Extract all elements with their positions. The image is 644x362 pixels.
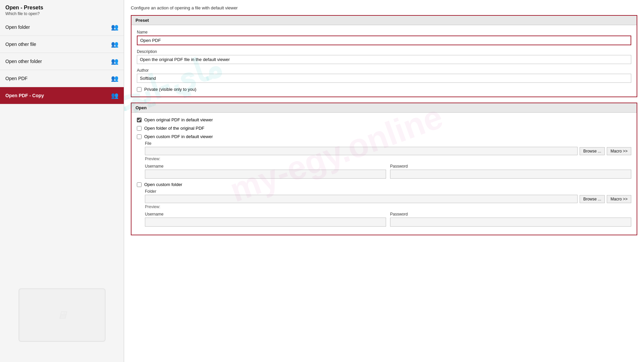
browse-button[interactable]: Browse ... (580, 147, 605, 155)
open-section: Open Open original PDF in default viewer… (131, 103, 637, 235)
option-custom-folder: Open custom folder Folder Browse ... Mac… (137, 182, 631, 227)
sidebar-item-open-pdf[interactable]: Open PDF👥 (0, 70, 124, 87)
folder-password-input[interactable] (390, 218, 631, 227)
description-field-group: Description (137, 49, 631, 64)
option-original-pdf-checkbox[interactable] (137, 118, 142, 122)
private-checkbox[interactable] (137, 87, 142, 92)
open-section-content: Open original PDF in default viewer Open… (131, 113, 637, 235)
sidebar-title: Open - Presets (5, 5, 118, 11)
macro-button[interactable]: Macro >> (607, 147, 631, 155)
password-group: Password (390, 164, 631, 179)
folder-password-group: Password (390, 212, 631, 227)
username-group: Username (145, 164, 386, 179)
preset-section-content: Name Description Author Private (visible… (131, 25, 637, 97)
sidebar-items: Open folder👥Open other file👥Open other f… (0, 19, 124, 104)
folder-macro-button[interactable]: Macro >> (607, 195, 631, 203)
option-original-pdf-row: Open original PDF in default viewer (137, 117, 631, 122)
password-label: Password (390, 164, 631, 169)
option-original-pdf-label: Open original PDF in default viewer (144, 117, 213, 122)
private-label: Private (visible only to you) (144, 87, 196, 92)
description-input[interactable] (137, 55, 631, 64)
folder-username-label: Username (145, 212, 386, 217)
file-label: File (145, 141, 631, 146)
sidebar-item-open-other-file[interactable]: Open other file👥 (0, 36, 124, 53)
name-input[interactable] (137, 36, 631, 45)
sidebar-item-users-icon-open-pdf: 👥 (111, 75, 118, 82)
file-row: Browse ... Macro >> (145, 147, 631, 155)
folder-password-label: Password (390, 212, 631, 217)
sidebar-item-label-open-pdf-copy: Open PDF - Copy (5, 93, 44, 98)
sidebar-header: Open - Presets Which file to open? (0, 0, 124, 19)
option-open-folder: Open folder of the original PDF (137, 126, 631, 131)
username-label: Username (145, 164, 386, 169)
option-open-folder-checkbox[interactable] (137, 126, 142, 131)
sidebar-watermark-box: 🖥 (18, 288, 106, 342)
author-input[interactable] (137, 74, 631, 83)
sidebar-item-users-icon-open-other-folder: 👥 (111, 58, 118, 65)
sidebar-item-users-icon-open-pdf-copy: 👥 (111, 92, 118, 99)
option-custom-pdf-row: Open custom PDF in default viewer (137, 134, 631, 139)
description-label: Description (137, 49, 631, 54)
username-password-row: Username Password (145, 164, 631, 179)
sidebar-item-label-open-folder: Open folder (5, 24, 30, 30)
folder-label: Folder (145, 189, 631, 194)
option-custom-folder-checkbox[interactable] (137, 182, 142, 187)
folder-row: Browse ... Macro >> (145, 195, 631, 203)
sidebar: Open - Presets Which file to open? Open … (0, 0, 124, 362)
sidebar-item-open-folder[interactable]: Open folder👥 (0, 19, 124, 36)
author-field-group: Author (137, 68, 631, 83)
sidebar-item-users-icon-open-folder: 👥 (111, 23, 118, 31)
folder-username-group: Username (145, 212, 386, 227)
option-custom-pdf-checkbox[interactable] (137, 134, 142, 139)
sidebar-item-open-pdf-copy[interactable]: Open PDF - Copy👥 (0, 87, 124, 104)
password-input[interactable] (390, 170, 631, 179)
folder-preview-label: Preview: (145, 204, 160, 209)
sidebar-watermark: 🖥 (0, 288, 124, 342)
username-input[interactable] (145, 170, 386, 179)
private-checkbox-row: Private (visible only to you) (137, 87, 631, 92)
preview-label: Preview: (145, 157, 160, 161)
folder-input[interactable] (145, 195, 578, 203)
sidebar-item-label-open-other-folder: Open other folder (5, 59, 42, 64)
folder-username-input[interactable] (145, 218, 386, 227)
main-header-desc: Configure an action of opening a file wi… (131, 5, 637, 10)
preview-row: Preview: (145, 157, 631, 161)
folder-username-password-row: Username Password (145, 212, 631, 227)
option-original-pdf: Open original PDF in default viewer (137, 117, 631, 122)
folder-browse-button[interactable]: Browse ... (580, 195, 605, 203)
sidebar-item-users-icon-open-other-file: 👥 (111, 41, 118, 48)
sidebar-item-open-other-folder[interactable]: Open other folder👥 (0, 53, 124, 70)
option-custom-folder-row: Open custom folder (137, 182, 631, 187)
sidebar-item-label-open-other-file: Open other file (5, 42, 36, 47)
file-input[interactable] (145, 147, 578, 155)
option-open-folder-row: Open folder of the original PDF (137, 126, 631, 131)
option-custom-folder-label: Open custom folder (144, 182, 182, 187)
option-custom-pdf: Open custom PDF in default viewer File B… (137, 134, 631, 179)
folder-preview-row: Preview: (145, 204, 631, 209)
preset-section: Preset Name Description Author Private (… (131, 15, 637, 97)
custom-pdf-sub-fields: File Browse ... Macro >> Preview: Userna… (145, 141, 631, 179)
main-content: ماي-ايجي my-egy.online Configure an acti… (124, 0, 644, 362)
sidebar-subtitle: Which file to open? (5, 11, 118, 16)
option-custom-pdf-label: Open custom PDF in default viewer (144, 134, 213, 139)
author-label: Author (137, 68, 631, 73)
preset-section-header: Preset (131, 16, 637, 25)
sidebar-item-label-open-pdf: Open PDF (5, 76, 28, 81)
option-open-folder-label: Open folder of the original PDF (144, 126, 204, 131)
open-section-header: Open (131, 103, 637, 113)
name-label: Name (137, 30, 631, 35)
custom-folder-sub-fields: Folder Browse ... Macro >> Preview: User… (145, 189, 631, 227)
name-field-group: Name (137, 30, 631, 45)
